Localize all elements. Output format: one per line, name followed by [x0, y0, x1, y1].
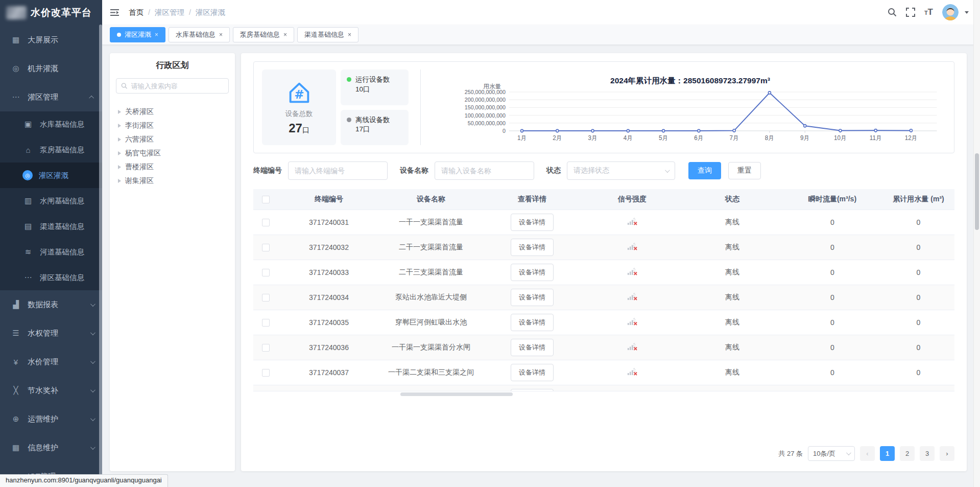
breadcrumb-irrigation-mgmt[interactable]: 灌区管理: [155, 8, 184, 17]
sidebar-item-irrigation-active[interactable]: ◎ 灌区灌溉: [0, 163, 102, 188]
caret-right-icon[interactable]: [118, 179, 121, 183]
device-detail-button[interactable]: 设备详情: [511, 364, 554, 381]
device-detail-button[interactable]: 设备详情: [511, 239, 554, 256]
tab-pump-room-info[interactable]: 泵房基础信息 ×: [233, 27, 294, 42]
page-button-3[interactable]: 3: [920, 446, 935, 461]
water-price-icon: ¥: [10, 358, 21, 366]
sidebar-item-water-price[interactable]: ¥ 水价管理: [0, 347, 102, 376]
cell-total: 0: [882, 235, 954, 260]
svg-text:0: 0: [503, 128, 506, 134]
region-tree-item[interactable]: 曹楼灌区: [116, 160, 229, 174]
sidebar-item-well-irrigation[interactable]: ◎ 机井灌溉: [0, 54, 102, 83]
breadcrumb-home[interactable]: 首页: [129, 8, 144, 17]
row-checkbox[interactable]: [262, 244, 270, 251]
region-search-input[interactable]: [131, 82, 224, 90]
caret-right-icon[interactable]: [118, 151, 121, 155]
page-size-select[interactable]: 10条/页: [808, 446, 855, 461]
signal-offline-icon: [627, 369, 638, 377]
sidebar-item-channel-info[interactable]: ▤ 渠道基础信息: [0, 214, 102, 239]
user-menu-caret-icon[interactable]: [965, 11, 969, 14]
row-checkbox[interactable]: [262, 294, 270, 302]
terminal-filter-input[interactable]: [288, 161, 388, 180]
close-icon[interactable]: ×: [219, 31, 223, 38]
sidebar-item-info-maintenance[interactable]: ▦ 信息维护: [0, 433, 102, 462]
sidebar-item-water-saving[interactable]: ╳ 节水奖补: [0, 376, 102, 405]
reset-button[interactable]: 重置: [728, 162, 761, 179]
sidebar-scrollbar[interactable]: [99, 25, 102, 487]
sidebar-item-district-info[interactable]: ⋯ 灌区基础信息: [0, 265, 102, 290]
sluice-icon: ▥: [22, 196, 34, 205]
sidebar-item-data-report[interactable]: ▟ 数据报表: [0, 290, 102, 319]
sidebar-item-water-rights[interactable]: ☰ 水权管理: [0, 319, 102, 347]
device-detail-button[interactable]: 设备详情: [511, 339, 554, 356]
close-icon[interactable]: ×: [348, 31, 351, 38]
cell-terminal: 3717240034: [278, 285, 380, 310]
close-icon[interactable]: ×: [155, 31, 158, 38]
signal-offline-icon: [627, 319, 638, 327]
tab-reservoir-info[interactable]: 水库基础信息 ×: [169, 27, 230, 42]
channel-icon: ▤: [22, 222, 34, 231]
page-button-2[interactable]: 2: [900, 446, 915, 461]
device-detail-button[interactable]: 设备详情: [511, 289, 554, 306]
row-checkbox[interactable]: [262, 269, 270, 276]
region-tree-item[interactable]: 李街灌区: [116, 119, 229, 132]
sidebar-item-operation[interactable]: ⊕ 运营维护: [0, 405, 102, 433]
collapse-sidebar-icon[interactable]: [110, 9, 119, 16]
caret-right-icon[interactable]: [118, 110, 121, 114]
device-detail-button[interactable]: 设备详情: [511, 389, 554, 392]
region-tree-item[interactable]: 谢集灌区: [116, 174, 229, 188]
tab-irrigation[interactable]: 灌区灌溉 ×: [110, 27, 165, 42]
col-detail: 查看详情: [482, 189, 582, 210]
device-filter-input[interactable]: [435, 161, 534, 180]
sidebar-item-pump-room-info[interactable]: ⌂ 泵房基础信息: [0, 137, 102, 163]
status-filter-select[interactable]: 请选择状态: [567, 161, 675, 180]
cell-device: [380, 385, 482, 391]
row-checkbox[interactable]: [262, 319, 270, 327]
water-saving-icon: ╳: [10, 386, 21, 395]
device-detail-button[interactable]: 设备详情: [511, 264, 554, 281]
device-detail-button[interactable]: 设备详情: [511, 214, 554, 231]
fullscreen-icon[interactable]: [906, 8, 915, 17]
sidebar-item-river-info[interactable]: ≋ 河道基础信息: [0, 239, 102, 265]
chevron-down-icon: [90, 387, 95, 392]
region-tree-item[interactable]: 六营灌区: [116, 132, 229, 146]
prev-page-button[interactable]: ‹: [860, 446, 875, 461]
cell-status: 离线: [682, 335, 782, 360]
select-all-checkbox[interactable]: [262, 196, 270, 203]
usage-chart-container: 2024年累计用水量：285016089723.27997m³ 用水量050,0…: [435, 69, 946, 145]
tab-channel-info[interactable]: 渠道基础信息 ×: [297, 27, 358, 42]
row-checkbox[interactable]: [262, 219, 270, 226]
caret-right-icon[interactable]: [118, 137, 121, 142]
signal-offline-icon: [627, 244, 638, 252]
caret-right-icon[interactable]: [118, 165, 121, 169]
device-mini-cards: 运行设备数 10口 离线设备数 17口: [341, 69, 409, 145]
sidebar-item-reservoir-info[interactable]: ▣ 水库基础信息: [0, 111, 102, 137]
signal-offline-icon: [627, 294, 638, 302]
usage-chart-title: 2024年累计用水量：285016089723.27997m³: [610, 76, 770, 86]
avatar[interactable]: [942, 4, 959, 20]
region-tree-item[interactable]: 关桥灌区: [116, 105, 229, 119]
next-page-button[interactable]: ›: [940, 446, 954, 461]
region-tree-label: 李街灌区: [125, 121, 154, 130]
sidebar-item-irrigation-mgmt[interactable]: ⋯ 灌区管理: [0, 83, 102, 111]
caret-right-icon[interactable]: [118, 124, 121, 128]
svg-text:200,000,000,000: 200,000,000,000: [465, 97, 506, 103]
sidebar-item-sluice-info[interactable]: ▥ 水闸基础信息: [0, 188, 102, 214]
offline-devices-card: 离线设备数 17口: [341, 110, 409, 146]
row-checkbox[interactable]: [262, 344, 270, 352]
cell-terminal: 3717240033: [278, 260, 380, 285]
region-tree-item[interactable]: 杨官屯灌区: [116, 146, 229, 160]
search-button[interactable]: 查询: [688, 162, 721, 179]
device-detail-button[interactable]: 设备详情: [511, 314, 554, 331]
font-size-icon[interactable]: TT: [924, 7, 933, 17]
horizontal-scrollbar-thumb[interactable]: [400, 392, 513, 396]
close-icon[interactable]: ×: [283, 31, 287, 38]
cell-device: 泵站出水池靠近大堤侧: [380, 285, 482, 310]
page-scrollbar-thumb[interactable]: [975, 153, 979, 230]
search-icon[interactable]: [888, 8, 897, 17]
page-button-1[interactable]: 1: [880, 446, 895, 461]
cell-terminal: 3717240037: [278, 360, 380, 385]
region-tree-label: 曹楼灌区: [125, 163, 154, 172]
row-checkbox[interactable]: [262, 369, 270, 377]
sidebar-item-screen-display[interactable]: ▦ 大屏展示: [0, 26, 102, 54]
